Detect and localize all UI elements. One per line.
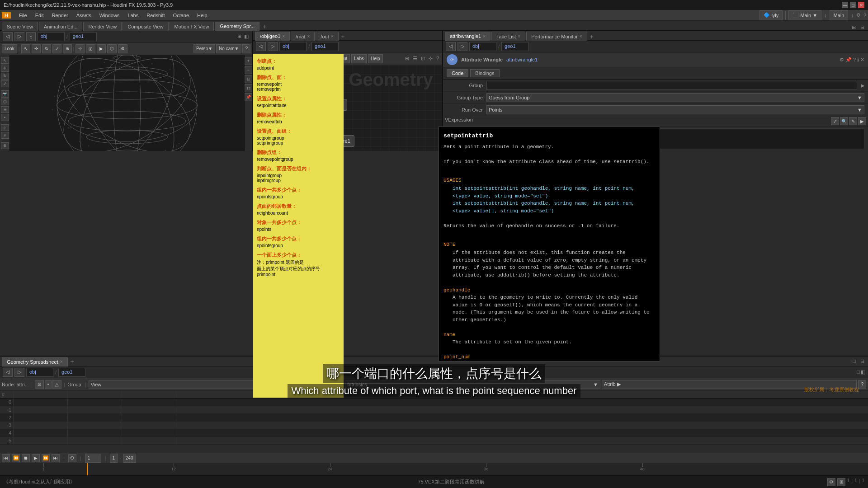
right-geo-path[interactable]: geo1 (501, 42, 528, 51)
geo-spreadsheet-close[interactable]: × (60, 359, 63, 364)
grid-icon[interactable]: # (1, 132, 9, 139)
zoom-in-icon[interactable]: + (245, 57, 253, 65)
viewport-forward-btn[interactable]: ▷ (14, 32, 24, 41)
rotate-tool[interactable]: ↻ (42, 44, 51, 53)
frame-icon[interactable]: ⊡ (245, 75, 253, 83)
geo-group-filter-btn[interactable]: ⊡ (35, 380, 44, 389)
minimize-button[interactable]: — (842, 2, 848, 8)
bottom-collapse-icon[interactable]: ⊟ (859, 358, 866, 364)
tab-render-view[interactable]: Render View (83, 22, 122, 31)
menu-file[interactable]: File (15, 12, 31, 19)
right-back-btn[interactable]: ◁ (446, 42, 456, 51)
geo-geo-path[interactable]: geo1 (58, 368, 85, 377)
right-forward-btn[interactable]: ▷ (458, 42, 467, 51)
camera-icon[interactable]: 📷 (1, 90, 9, 97)
menu-labs[interactable]: Labs (124, 12, 142, 19)
group-input[interactable] (486, 81, 857, 90)
tab-geometry-spreadsheet[interactable]: Geometry Spr... (215, 22, 259, 31)
geo-back-btn[interactable]: ◁ (3, 368, 13, 377)
bottom-expand-icon[interactable]: □ (851, 358, 858, 364)
frame-input[interactable]: 1 (85, 454, 101, 463)
light-icon[interactable]: ☀ (1, 106, 9, 113)
tab-attribwrangle[interactable]: attribwrangle1× (445, 32, 491, 41)
menu-render[interactable]: Render (48, 12, 72, 19)
frame-end-input[interactable]: 240 (123, 454, 136, 463)
attr-info-icon[interactable]: ℹ (857, 57, 859, 63)
menu-windows[interactable]: Windows (96, 12, 123, 19)
viewport-back-btn[interactable]: ◁ (3, 32, 13, 41)
window-controls[interactable]: — □ ✕ (842, 2, 864, 8)
attr-pin-icon[interactable]: 📌 (845, 57, 852, 63)
node-help2-btn[interactable]: ? (435, 56, 440, 61)
render-btn[interactable]: ▶ (97, 44, 106, 53)
node-help-btn[interactable]: Help (368, 54, 383, 63)
menu-redshift[interactable]: Redshift (143, 12, 168, 19)
attr-help-icon[interactable]: ? (853, 57, 856, 63)
node-geo-path[interactable]: geo1 (311, 42, 339, 51)
geo-obj-path[interactable]: obj (26, 368, 53, 377)
rotate-icon[interactable]: ↻ (1, 73, 9, 80)
snap-icon[interactable]: ⊹ (1, 124, 9, 131)
attr-settings-icon[interactable]: ⚙ (840, 57, 844, 63)
move-icon[interactable]: ✛ (1, 65, 9, 71)
tab-composite-view[interactable]: Composite View (123, 22, 168, 31)
tab-mat[interactable]: /mat× (291, 32, 315, 41)
timeline-prev-btn[interactable]: ⏪ (12, 454, 20, 462)
axes-icon[interactable]: ⊕ (1, 142, 9, 149)
select-icon[interactable]: ↖ (1, 57, 9, 64)
snap-btn[interactable]: ⊹ (75, 44, 85, 53)
vp-grid-icon[interactable]: ⊞ (236, 33, 242, 39)
persp-btn[interactable]: Persp▼ (193, 44, 215, 53)
col-header-1[interactable] (14, 391, 68, 398)
tab-bindings[interactable]: Bindings (470, 69, 499, 77)
timeline-realtime-btn[interactable]: ⏲ (68, 454, 76, 462)
timeline-playhead[interactable] (87, 463, 88, 475)
timeline-play-btn[interactable]: ▶ (32, 454, 40, 462)
tab-scene-view[interactable]: Scene View (2, 22, 38, 31)
geo-point-btn[interactable]: • (45, 380, 52, 389)
status-btn-2[interactable]: ⊞ (837, 478, 845, 486)
vex-expand-btn[interactable]: ⤢ (831, 117, 839, 125)
geo-prim-btn[interactable]: △ (52, 380, 61, 389)
pin-icon[interactable]: 📌 (245, 93, 253, 101)
vex-run-btn[interactable]: ▶ (858, 117, 866, 125)
menu-assets[interactable]: Assets (73, 12, 95, 19)
viewport-geo-path[interactable]: geo1 (70, 32, 97, 41)
col-header-2[interactable] (68, 391, 122, 398)
zoom-out-icon[interactable]: − (245, 66, 253, 74)
add-bottom-tab[interactable]: + (69, 358, 76, 365)
timeline-next-btn[interactable]: ⏩ (42, 454, 50, 462)
geo-intrinsics-dropdown[interactable]: Intrinsics▼ (345, 380, 600, 389)
12-icon[interactable]: 12 (245, 84, 253, 92)
particle-icon[interactable]: • (1, 114, 9, 121)
group-type-dropdown[interactable]: Guess from Group ▼ (486, 93, 864, 102)
frame-start-input[interactable]: 1 (110, 454, 118, 463)
timeline-start-btn[interactable]: ⏮ (2, 454, 10, 462)
col-header-3[interactable] (122, 391, 176, 398)
tab-geo-spreadsheet[interactable]: Geometry Spreadsheet × (2, 357, 68, 366)
disp-btn[interactable]: ⬡ (107, 44, 117, 53)
add-node-tab[interactable]: + (340, 33, 347, 40)
vex-search-btn[interactable]: 🔍 (840, 117, 848, 125)
node-icon-view[interactable]: ⊞ (404, 56, 410, 61)
node-back-btn[interactable]: ◁ (256, 42, 266, 51)
right-obj-path[interactable]: obj (469, 42, 496, 51)
node-labs-btn[interactable]: Labs (351, 54, 367, 63)
panel-options[interactable]: ⊞ (850, 24, 858, 30)
transform-tool[interactable]: ⊕ (63, 44, 72, 53)
tab-code[interactable]: Code (447, 69, 468, 77)
view-mode-btn[interactable]: Look (2, 44, 17, 53)
node-forward-btn[interactable]: ▷ (268, 42, 278, 51)
scale-icon[interactable]: ⤢ (1, 80, 9, 87)
help-btn[interactable]: ? (242, 44, 250, 53)
run-over-dropdown[interactable]: Points ▼ (486, 105, 864, 114)
menu-edit[interactable]: Edit (32, 12, 47, 19)
status-btn-1[interactable]: ⚙ (827, 478, 835, 486)
menu-help[interactable]: Help (193, 12, 211, 19)
move-tool[interactable]: ✛ (32, 44, 41, 53)
node-list-view[interactable]: ☰ (411, 56, 419, 61)
tab-geo1[interactable]: /obj/geo1× (255, 32, 290, 41)
add-right-tab[interactable]: + (588, 33, 595, 40)
panel-collapse[interactable]: ⊟ (859, 24, 866, 30)
main-dropdown[interactable]: ⬛Main▼ (788, 10, 821, 20)
